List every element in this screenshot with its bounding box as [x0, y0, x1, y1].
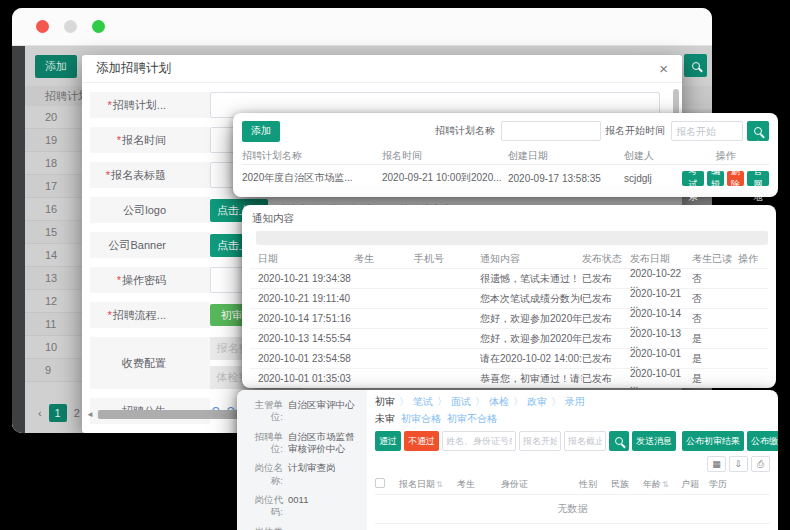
- required-mark: *: [108, 309, 112, 321]
- filter-failed[interactable]: 初审不合格: [447, 412, 497, 426]
- info-value: [283, 526, 361, 530]
- step-hired[interactable]: 录用: [565, 395, 585, 409]
- field-label: 报名表标题: [111, 168, 166, 183]
- select-all-checkbox[interactable]: [375, 478, 385, 488]
- info-label: 岗位名称:: [243, 462, 283, 487]
- info-label: 主管单位:: [243, 399, 283, 424]
- column-header: 报名时间: [382, 149, 508, 163]
- field-label: 操作密码: [122, 273, 166, 288]
- signup-start-input[interactable]: [671, 121, 743, 141]
- notice-content-cell: 请在2020-10-02 14:00:00到2020-10-...: [480, 352, 582, 366]
- close-window-icon[interactable]: [36, 20, 49, 33]
- view-site-button[interactable]: 查看官网地址: [747, 171, 769, 186]
- creator-cell: scjdglj: [624, 173, 682, 184]
- column-header: 考生: [354, 252, 414, 266]
- collapsed-sidebar: [12, 46, 25, 433]
- info-label: 岗位类: [243, 526, 283, 530]
- column-header: 招聘计划名称: [242, 149, 382, 163]
- field-label: 公司logo: [123, 203, 166, 218]
- signup-end-input[interactable]: [564, 431, 606, 451]
- audit-search-button[interactable]: [609, 431, 629, 451]
- step-written-exam[interactable]: 笔试: [413, 395, 433, 409]
- maximize-window-icon[interactable]: [92, 20, 105, 33]
- publish-date-cell: 2020-10-01 ...: [630, 348, 692, 370]
- minimize-window-icon[interactable]: [64, 20, 77, 33]
- step-interview[interactable]: 面试: [451, 395, 471, 409]
- prev-page-icon[interactable]: ‹: [38, 407, 42, 419]
- column-header: 发布状态: [582, 252, 630, 266]
- read-cell: 否: [692, 292, 738, 306]
- info-value: 自治区审评中心: [283, 399, 361, 424]
- date-cell: 2020-10-21 19:34:38: [258, 273, 354, 284]
- step-first-review[interactable]: 初审: [375, 395, 395, 409]
- export-icon[interactable]: ⇩: [729, 456, 748, 472]
- signup-start-input[interactable]: [519, 431, 561, 451]
- notice-table-header: 日期 考生 手机号 通知内容 发布状态 发布日期 考生已读 操作: [250, 250, 768, 268]
- process-breadcrumb: 初审 〉 笔试 〉 面试 〉 体检 〉 政审 〉 录用: [375, 395, 770, 409]
- publish-date-cell: 2020-10-14 ...: [630, 308, 692, 330]
- columns-icon[interactable]: ▦: [707, 456, 726, 472]
- filter-unreviewed[interactable]: 未审: [375, 412, 395, 426]
- created-date-cell: 2020-09-17 13:58:35: [508, 173, 624, 184]
- table-row: 2020-10-01 23:54:58 请在2020-10-02 14:00:0…: [250, 348, 768, 368]
- column-header: 户籍: [681, 478, 709, 491]
- field-label: 报名时间: [122, 133, 166, 148]
- required-mark: *: [117, 274, 121, 286]
- field-label: 招聘流程...: [113, 308, 166, 323]
- audit-controls: 通过 不通过 发送消息 公布初审结果 公布缴费通知: [375, 431, 770, 451]
- column-header: 通知内容: [480, 252, 582, 266]
- publish-audit-result-button[interactable]: 公布初审结果: [682, 431, 744, 451]
- page-1-button[interactable]: 1: [49, 404, 67, 422]
- plan-name-search-input[interactable]: [501, 121, 601, 141]
- candidate-search-input[interactable]: [442, 431, 516, 451]
- info-value: 0011: [283, 494, 361, 519]
- background-search-button[interactable]: [684, 54, 707, 77]
- edit-button[interactable]: 编辑: [707, 171, 724, 186]
- column-header: 创建人: [624, 149, 682, 163]
- info-value: 自治区市场监督审核评价中心: [283, 431, 361, 456]
- print-icon[interactable]: ⎙: [751, 456, 770, 472]
- date-cell: 2020-10-14 17:51:16: [258, 313, 354, 324]
- pass-button[interactable]: 通过: [375, 431, 401, 451]
- window-titlebar: [12, 8, 712, 46]
- close-icon[interactable]: ×: [659, 61, 668, 76]
- filter-passed[interactable]: 初审合格: [401, 412, 441, 426]
- notice-toolbar-strip: [256, 231, 768, 245]
- plan-list-panel: 添加 招聘计划名称 报名开始时间 招聘计划名称 报名时间 创建日期 创建人 操作…: [233, 113, 778, 197]
- table-row: 2020-10-21 19:11:40 您本次笔试成绩分数为66.52分 已发布…: [250, 288, 768, 308]
- scroll-left-icon[interactable]: ◄: [86, 410, 96, 419]
- info-entry: 主管单位: 自治区审评中心: [243, 399, 361, 424]
- background-add-button[interactable]: 添加: [35, 55, 77, 78]
- position-info-sidebar: 主管单位: 自治区审评中心 招聘单位: 自治区市场监督审核评价中心 岗位名称: …: [237, 390, 367, 530]
- info-entry: 岗位类: [243, 526, 361, 530]
- search-icon: [615, 437, 623, 445]
- status-cell: 已发布: [582, 372, 630, 386]
- notice-content-cell: 很遗憾，笔试未通过！: [480, 272, 582, 286]
- step-political-review[interactable]: 政审: [527, 395, 547, 409]
- info-entry: 岗位名称: 计划审查岗: [243, 462, 361, 487]
- info-entry: 招聘单位: 自治区市场监督审核评价中心: [243, 431, 361, 456]
- table-row: 2020-10-13 14:55:54 您好，欢迎参加2020年度自治区市场..…: [250, 328, 768, 348]
- reject-button[interactable]: 不通过: [404, 431, 439, 451]
- configure-exam-button[interactable]: 配置考试系统: [682, 171, 704, 186]
- page-2-button[interactable]: 2: [74, 407, 80, 419]
- table-tools: ▦ ⇩ ⎙: [375, 456, 770, 472]
- sort-icon[interactable]: ⇅: [662, 480, 669, 489]
- field-label: 收费配置: [122, 356, 166, 371]
- step-physical[interactable]: 体检: [489, 395, 509, 409]
- plan-search-button[interactable]: [747, 121, 769, 141]
- send-message-button[interactable]: 发送消息: [632, 431, 676, 451]
- plan-name-search-label: 招聘计划名称: [435, 124, 495, 138]
- sort-icon[interactable]: ⇅: [436, 480, 443, 489]
- notice-content-cell: 您好，欢迎参加2020年度自治区市场...: [480, 332, 582, 346]
- plan-name-cell: 2020年度自治区市场监...: [242, 171, 382, 185]
- publish-payment-notice-button[interactable]: 公布缴费通知: [747, 431, 778, 451]
- column-header: 身份证: [501, 478, 579, 491]
- notice-content-cell: 您本次笔试成绩分数为66.52分: [480, 292, 582, 306]
- info-label: 岗位代码:: [243, 494, 283, 519]
- column-header: 发布日期: [630, 252, 692, 266]
- column-header: 操作: [738, 252, 768, 266]
- info-entry: 岗位代码: 0011: [243, 494, 361, 519]
- add-plan-button[interactable]: 添加: [242, 121, 280, 142]
- delete-button[interactable]: 删除: [727, 171, 744, 186]
